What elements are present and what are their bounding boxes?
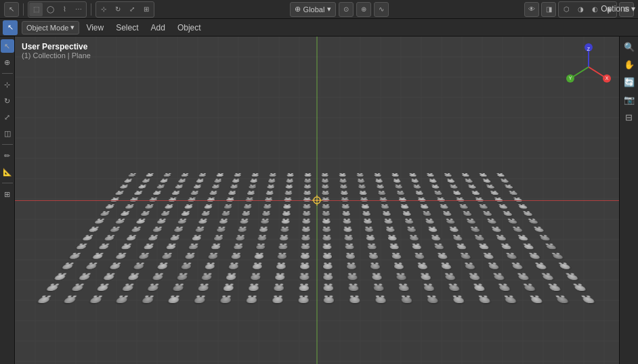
axis-widget[interactable]: Z X Y: [565, 43, 612, 91]
monkey-mesh: [115, 254, 127, 258]
monkey-instance: [496, 236, 509, 242]
solid-btn[interactable]: ◑: [574, 3, 587, 16]
monkey-instance: [156, 185, 166, 189]
monkey-mesh: [103, 274, 116, 279]
instance-cell: [410, 262, 438, 272]
instance-cell: [251, 234, 274, 243]
monkey-instance: [301, 236, 311, 242]
monkey-mesh: [322, 185, 329, 189]
monkey-instance: [159, 179, 169, 183]
monkey-instance: [68, 254, 83, 259]
snap-options-btn[interactable]: ∿: [374, 2, 389, 17]
cursor-icon-btn[interactable]: ↖: [4, 2, 19, 17]
instance-cell: [190, 179, 211, 185]
monkey-mesh: [397, 191, 405, 195]
menu-object[interactable]: Object: [172, 22, 207, 34]
move-btn[interactable]: ⊹: [97, 3, 110, 16]
monkey-mesh: [446, 220, 455, 224]
select-more-btn[interactable]: ⋯: [72, 3, 85, 16]
material-btn[interactable]: ◐: [588, 3, 601, 16]
move-tool-btn[interactable]: ⊹: [1, 78, 14, 91]
rotate-tool-btn[interactable]: ↻: [1, 94, 14, 108]
monkey-mesh: [214, 179, 222, 182]
menu-view[interactable]: View: [81, 22, 109, 34]
select-tool-btn[interactable]: ↖: [1, 39, 14, 53]
monkey-mesh: [196, 179, 204, 182]
monkey-instance: [429, 179, 438, 183]
monkey-instance: [207, 254, 219, 259]
snap-btn[interactable]: ⊕: [356, 2, 371, 17]
monkey-instance: [448, 286, 463, 292]
instance-cell: [375, 204, 396, 210]
perspective-label: User Perspective: [22, 42, 91, 51]
lasso-select-btn[interactable]: ⌇: [58, 3, 71, 16]
monkey-instance: [386, 227, 397, 232]
object-mode-dropdown[interactable]: Object Mode ▾: [22, 21, 79, 35]
overlay-btn[interactable]: 👁: [524, 2, 539, 17]
monkey-instance: [232, 179, 241, 183]
monkey-mesh: [411, 179, 419, 182]
instance-cell: [274, 226, 297, 234]
instance-cell: [378, 218, 400, 226]
render-preview-btn[interactable]: ⊟: [622, 110, 637, 124]
scale-tool-btn[interactable]: ⤢: [1, 110, 14, 124]
menu-select[interactable]: Select: [110, 22, 144, 34]
monkey-instance: [434, 191, 444, 196]
monkey-mesh: [156, 220, 167, 224]
monkey-instance: [517, 274, 532, 280]
annotate-tool-btn[interactable]: ✏: [1, 149, 14, 162]
monkey-mesh: [533, 227, 544, 231]
circle-select-btn[interactable]: ◯: [43, 3, 57, 16]
instance-cell: [215, 210, 237, 218]
instance-cell: [317, 210, 337, 218]
monkey-mesh: [322, 220, 331, 224]
monkey-mesh: [121, 286, 134, 292]
monkey-mesh: [581, 297, 595, 303]
orbit-btn[interactable]: 🔄: [622, 74, 637, 89]
monkey-instance: [378, 191, 387, 196]
rotate-btn[interactable]: ↻: [111, 3, 125, 16]
pan-btn[interactable]: ✋: [622, 57, 637, 72]
cursor-tool-btn[interactable]: ⊕: [1, 55, 14, 69]
instance-cell: [361, 243, 385, 252]
monkey-instance: [119, 212, 131, 217]
instance-cell: [401, 226, 425, 234]
monkey-mesh: [177, 179, 186, 182]
monkey-instance: [203, 205, 213, 209]
monkey-mesh: [400, 205, 409, 208]
instance-cell: [177, 252, 203, 262]
top-toolbar: ↖ ⬚ ◯ ⌇ ⋯ ⊹ ↻ ⤢ ⊞ ⊕ Global ▾ ⊙ ⊕ ∿ 👁 ◨ ⬡…: [0, 0, 638, 19]
instance-cell: [164, 283, 193, 294]
measure-tool-btn[interactable]: 📐: [1, 165, 14, 179]
xray-btn[interactable]: ◨: [541, 2, 556, 17]
viewport[interactable]: User Perspective (1) Collection | Plane …: [15, 37, 619, 364]
camera-btn[interactable]: 📷: [622, 92, 637, 107]
monkey-instance: [241, 212, 251, 217]
monkey-instance: [213, 179, 223, 183]
transform-btn[interactable]: ⊞: [140, 3, 153, 16]
monkey-mesh: [387, 236, 397, 240]
wireframe-btn[interactable]: ⬡: [559, 3, 573, 16]
monkey-instance: [263, 205, 272, 209]
monkey-mesh: [251, 174, 259, 177]
options-button[interactable]: Options ▾: [601, 1, 635, 16]
monkey-mesh: [429, 179, 437, 182]
add-primitive-btn[interactable]: ⊞: [1, 187, 14, 201]
transform-tool-btn[interactable]: ◫: [1, 127, 14, 140]
monkey-mesh: [96, 286, 109, 292]
monkey-instance: [456, 245, 469, 250]
monkey-mesh: [223, 286, 234, 292]
menu-add[interactable]: Add: [146, 22, 171, 34]
global-dropdown[interactable]: ⊕ Global ▾: [290, 2, 337, 17]
monkey-mesh: [415, 191, 424, 195]
instance-cell: [272, 243, 295, 252]
instance-cell: [410, 190, 431, 197]
proportional-edit-btn[interactable]: ⊙: [339, 2, 354, 17]
box-select-btn[interactable]: ⬚: [29, 3, 43, 16]
instance-cell: [364, 262, 389, 272]
scale-btn[interactable]: ⤢: [125, 3, 139, 16]
instance-cell: [242, 184, 262, 190]
monkey-instance: [431, 236, 442, 242]
instance-cell: [337, 204, 357, 210]
zoom-in-btn[interactable]: 🔍: [622, 39, 637, 54]
